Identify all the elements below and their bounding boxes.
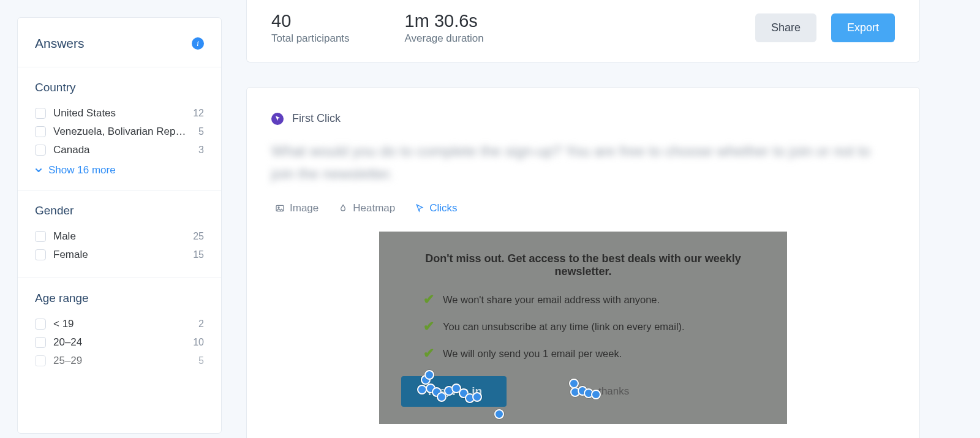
first-click-card: First Click What would you do to complet… [246, 87, 920, 438]
filter-label: Male [53, 230, 186, 243]
click-dot [591, 390, 601, 399]
filter-count: 2 [198, 319, 204, 330]
share-button[interactable]: Share [755, 13, 816, 42]
tab-clicks[interactable]: Clicks [415, 202, 457, 214]
stat-participants: 40 Total participants [271, 11, 350, 45]
filter-row-gender-1[interactable]: Female 15 [35, 246, 204, 264]
click-dot [494, 409, 504, 419]
filter-count: 5 [198, 355, 204, 366]
filter-count: 10 [193, 337, 204, 348]
filter-count: 15 [193, 249, 204, 260]
filter-count: 3 [198, 145, 204, 156]
checkbox[interactable] [35, 355, 46, 366]
stat-label: Total participants [271, 32, 350, 45]
filter-row-country-1[interactable]: Venezuela, Bolivarian Repu… 5 [35, 123, 204, 141]
export-button[interactable]: Export [831, 13, 895, 42]
filter-row-age-1[interactable]: 20–24 10 [35, 333, 204, 352]
checkbox[interactable] [35, 231, 46, 242]
filter-row-gender-0[interactable]: Male 25 [35, 227, 204, 246]
view-tabs: Image Heatmap Clicks [271, 202, 895, 214]
capture-bullets: ✔We won't share your email address with … [423, 292, 765, 361]
tab-label: Heatmap [353, 202, 395, 214]
first-click-header: First Click [271, 112, 895, 125]
bullet-text: We won't share your email address with a… [443, 294, 660, 306]
filter-group-title: Age range [35, 292, 204, 305]
sidebar-header: Answers i [18, 18, 221, 67]
filter-group-country: Country United States 12 Venezuela, Boli… [18, 67, 221, 191]
filter-label: 20–24 [53, 336, 186, 349]
tab-image[interactable]: Image [275, 202, 318, 214]
stat-value: 1m 30.6s [405, 11, 484, 31]
filter-group-title: Gender [35, 204, 204, 217]
first-click-label: First Click [292, 112, 341, 125]
filter-count: 12 [193, 108, 204, 119]
checkbox[interactable] [35, 249, 46, 260]
click-dot [424, 370, 434, 380]
filter-label: Female [53, 249, 186, 261]
check-icon: ✔ [423, 345, 434, 361]
bullet-text: We will only send you 1 email per week. [443, 348, 622, 360]
tab-label: Clicks [429, 202, 457, 214]
bullet-text: You can unsubscribe at any time (link on… [443, 321, 685, 333]
show-more-country[interactable]: Show 16 more [35, 164, 204, 176]
capture-area: Don't miss out. Get access to the best d… [379, 232, 787, 424]
checkbox[interactable] [35, 126, 46, 137]
filter-group-age: Age range < 19 2 20–24 10 25–29 5 [18, 278, 221, 383]
stat-value: 40 [271, 11, 350, 31]
capture-actions: Yes, I'm in thanks [401, 376, 765, 407]
checkbox[interactable] [35, 108, 46, 119]
tab-heatmap[interactable]: Heatmap [338, 202, 395, 214]
filter-label: Canada [53, 144, 191, 156]
image-icon [275, 203, 285, 213]
filter-label: 25–29 [53, 355, 191, 367]
flame-icon [338, 203, 348, 213]
filter-row-country-2[interactable]: Canada 3 [35, 141, 204, 159]
filter-label: United States [53, 107, 186, 119]
sidebar-title: Answers [35, 36, 85, 51]
filter-group-gender: Gender Male 25 Female 15 [18, 191, 221, 278]
click-dot [472, 392, 482, 402]
stats-actions: Share Export [755, 13, 895, 42]
stats-card: 40 Total participants 1m 30.6s Average d… [246, 0, 920, 62]
filter-row-age-2[interactable]: 25–29 5 [35, 352, 204, 370]
checkbox[interactable] [35, 337, 46, 348]
filter-label: < 19 [53, 318, 191, 330]
svg-point-1 [278, 207, 279, 208]
filter-group-title: Country [35, 81, 204, 94]
checkbox[interactable] [35, 319, 46, 330]
filter-row-age-0[interactable]: < 19 2 [35, 315, 204, 333]
stat-duration: 1m 30.6s Average duration [405, 11, 484, 45]
first-click-question: What would you do to complete the sign-u… [271, 140, 895, 185]
info-icon[interactable]: i [192, 37, 204, 50]
check-icon: ✔ [423, 292, 434, 308]
filter-count: 25 [193, 231, 204, 242]
filter-label: Venezuela, Bolivarian Repu… [53, 126, 191, 138]
filter-row-country-0[interactable]: United States 12 [35, 104, 204, 123]
cursor-icon [415, 203, 424, 213]
filter-count: 5 [198, 126, 204, 137]
capture-bullet: ✔We won't share your email address with … [423, 292, 765, 308]
checkbox[interactable] [35, 145, 46, 156]
chevron-down-icon [35, 167, 42, 174]
stat-label: Average duration [405, 32, 484, 45]
check-icon: ✔ [423, 319, 434, 334]
capture-headline: Don't miss out. Get access to the best d… [401, 252, 765, 278]
main-column: 40 Total participants 1m 30.6s Average d… [246, 0, 920, 438]
filters-sidebar: Answers i Country United States 12 Venez… [17, 17, 222, 434]
cursor-icon [271, 113, 284, 125]
tab-label: Image [290, 202, 318, 214]
show-more-label: Show 16 more [48, 164, 116, 176]
capture-bullet: ✔You can unsubscribe at any time (link o… [423, 319, 765, 334]
capture-bullet: ✔We will only send you 1 email per week. [423, 345, 765, 361]
